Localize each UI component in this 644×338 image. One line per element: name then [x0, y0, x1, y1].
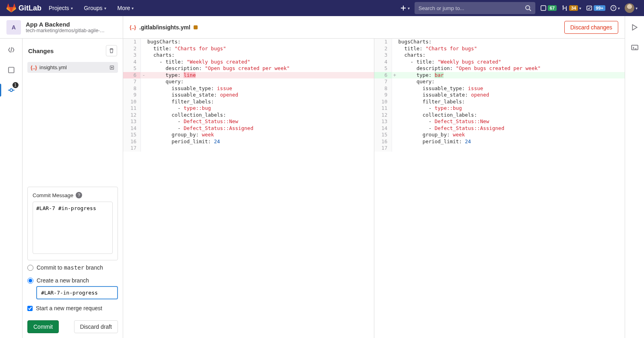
- todos-counter[interactable]: 99+: [586, 5, 605, 11]
- commit-message-input[interactable]: [33, 202, 113, 254]
- code-line[interactable]: 9 issuable_state: opened: [123, 92, 374, 99]
- pipeline-icon[interactable]: [628, 21, 641, 34]
- svg-text:?: ?: [612, 6, 614, 10]
- code-line[interactable]: 15 group_by: week: [374, 132, 625, 138]
- user-menu[interactable]: ▾: [625, 3, 638, 13]
- code-line[interactable]: 12 collection_labels:: [374, 112, 625, 119]
- code-line[interactable]: 4 - title: "Weekly bugs created": [123, 59, 374, 66]
- create-new-branch-option[interactable]: Create a new branch: [27, 277, 118, 284]
- commit-message-label: Commit Message: [33, 192, 73, 198]
- rail-edit-icon[interactable]: [5, 43, 18, 56]
- yaml-file-icon: {..}: [130, 25, 136, 30]
- code-line[interactable]: 5 description: "Open bugs created per we…: [123, 65, 374, 72]
- start-mr-option[interactable]: Start a new merge request: [27, 305, 118, 311]
- code-line[interactable]: 10 filter_labels:: [123, 99, 374, 105]
- code-line[interactable]: 17: [374, 145, 625, 152]
- code-line[interactable]: 8 issuable_type: issue: [123, 85, 374, 92]
- changes-title: Changes: [28, 47, 54, 54]
- commit-to-master-option[interactable]: Commit to master branch: [27, 264, 118, 271]
- code-line[interactable]: 17: [123, 145, 374, 152]
- code-line[interactable]: 11 - type::bug: [374, 105, 625, 112]
- gitlab-logo[interactable]: GitLab: [6, 3, 41, 13]
- topbar: GitLab Projects▾ Groups▾ More▾ ▾ 67 34▾ …: [0, 0, 644, 16]
- code-line[interactable]: 2 title: "Charts for bugs": [374, 45, 625, 52]
- code-line[interactable]: 16 period_limit: 24: [374, 138, 625, 145]
- diff-pane-left: 1bugsCharts:2 title: "Charts for bugs"3 …: [123, 39, 374, 338]
- code-line[interactable]: 5 description: "Open bugs created per we…: [374, 65, 625, 72]
- svg-rect-7: [8, 67, 14, 73]
- ide-sidebar-rail: 1: [0, 39, 23, 338]
- code-line[interactable]: 3 charts:: [123, 52, 374, 59]
- code-line[interactable]: 6- type: line: [123, 72, 374, 79]
- code-line[interactable]: 7 query:: [123, 78, 374, 85]
- search-icon: [525, 5, 531, 11]
- terminal-icon[interactable]: [628, 41, 641, 54]
- modified-indicator: [194, 25, 198, 29]
- project-path: tech-marketing/demos/gitlab-agile-demo/l…: [26, 28, 106, 33]
- new-branch-name-input[interactable]: [36, 286, 118, 299]
- nav-projects[interactable]: Projects▾: [45, 2, 77, 14]
- svg-point-3: [566, 10, 567, 11]
- code-line[interactable]: 1bugsCharts:: [123, 39, 374, 45]
- commit-message-box: Commit Message ?: [27, 187, 118, 260]
- code-line[interactable]: 13 - Defect_Status::New: [374, 118, 625, 125]
- file-path: .gitlab/insights.yml: [139, 24, 190, 31]
- brand-name: GitLab: [19, 4, 41, 12]
- rail-review-icon[interactable]: [5, 64, 18, 76]
- file-name: insights.yml: [39, 64, 107, 70]
- issues-counter[interactable]: 67: [540, 5, 557, 11]
- project-avatar: A: [6, 20, 21, 35]
- yaml-file-icon: {..}: [31, 65, 37, 70]
- svg-point-10: [111, 67, 113, 68]
- changed-file-item[interactable]: {..} insights.yml: [27, 62, 118, 73]
- code-line[interactable]: 9 issuable_state: opened: [374, 92, 625, 99]
- discard-all-button[interactable]: [106, 45, 117, 56]
- open-file-icon: [109, 65, 115, 70]
- rail-commit-icon[interactable]: 1: [5, 84, 18, 97]
- code-line[interactable]: 7 query:: [374, 78, 625, 85]
- discard-changes-button[interactable]: Discard changes: [564, 21, 618, 34]
- svg-point-8: [10, 89, 12, 92]
- code-line[interactable]: 3 charts:: [374, 52, 625, 59]
- code-line[interactable]: 4 - title: "Weekly bugs created": [374, 59, 625, 66]
- project-header: A App A Backend tech-marketing/demos/git…: [0, 16, 123, 39]
- help-menu[interactable]: ?▾: [610, 5, 620, 11]
- nav-groups[interactable]: Groups▾: [80, 2, 110, 14]
- discard-draft-button[interactable]: Discard draft: [74, 320, 118, 333]
- code-line[interactable]: 1bugsCharts:: [374, 39, 625, 45]
- right-rail: [625, 16, 644, 338]
- code-line[interactable]: 11 - type::bug: [123, 105, 374, 112]
- new-menu[interactable]: ▾: [400, 5, 410, 11]
- project-name: App A Backend: [26, 21, 106, 28]
- code-line[interactable]: 2 title: "Charts for bugs": [123, 45, 374, 52]
- code-line[interactable]: 6+ type: bar: [374, 72, 625, 79]
- commit-count-badge: 1: [12, 82, 19, 88]
- code-line[interactable]: 13 - Defect_Status::New: [123, 118, 374, 125]
- avatar: [625, 3, 634, 13]
- global-search[interactable]: [415, 2, 535, 14]
- code-line[interactable]: 16 period_limit: 24: [123, 138, 374, 145]
- code-line[interactable]: 10 filter_labels:: [374, 99, 625, 105]
- svg-point-0: [526, 6, 530, 10]
- code-line[interactable]: 15 group_by: week: [123, 132, 374, 138]
- diff-view[interactable]: 1bugsCharts:2 title: "Charts for bugs"3 …: [123, 39, 625, 338]
- commit-button[interactable]: Commit: [27, 320, 59, 333]
- diff-pane-right: 1bugsCharts:2 title: "Charts for bugs"3 …: [374, 39, 625, 338]
- search-input[interactable]: [419, 5, 525, 11]
- code-line[interactable]: 14 - Defect_Status::Assigned: [123, 125, 374, 132]
- nav-more[interactable]: More▾: [114, 2, 138, 14]
- code-line[interactable]: 8 issuable_type: issue: [374, 85, 625, 92]
- code-line[interactable]: 14 - Defect_Status::Assigned: [374, 125, 625, 132]
- svg-point-2: [563, 6, 564, 7]
- help-icon[interactable]: ?: [76, 192, 82, 198]
- svg-rect-1: [541, 6, 546, 10]
- merge-requests-counter[interactable]: 34▾: [561, 5, 581, 11]
- code-line[interactable]: 12 collection_labels:: [123, 112, 374, 119]
